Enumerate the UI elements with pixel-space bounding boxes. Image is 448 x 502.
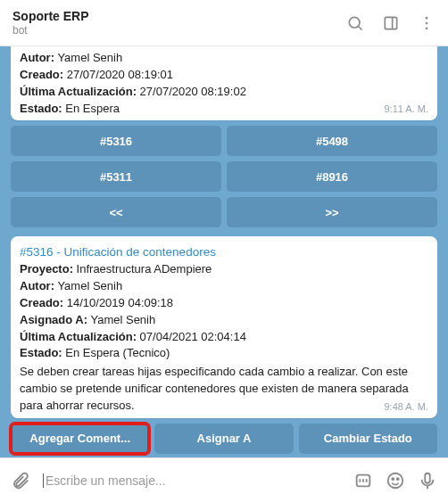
field-value: Yamel Senih [57,51,122,64]
message-time: 9:48 A. M. [384,400,428,415]
ticket-button-5498[interactable]: #5498 [227,126,437,156]
assign-to-button[interactable]: Asignar A [154,424,293,454]
ticket-button-5316[interactable]: #5316 [11,126,221,156]
svg-rect-2 [385,17,396,29]
keyboard-toggle-icon[interactable] [353,471,373,490]
svg-point-11 [388,473,403,488]
field-label: Estado: [20,102,62,115]
field-value: Infraestructura ADempiere [77,262,212,276]
field-value: En Espera [65,102,120,115]
svg-point-13 [397,478,399,480]
more-icon[interactable] [418,14,436,32]
ticket-description: Se deben crear tareas hijas especificand… [20,364,428,415]
field-label: Estado: [20,346,62,359]
message-input[interactable] [43,473,341,488]
svg-point-12 [392,478,394,480]
header-actions [346,14,436,32]
svg-point-6 [426,27,428,29]
change-state-button[interactable]: Cambiar Estado [299,424,437,454]
field-value: 07/04/2021 02:04:14 [140,330,246,343]
attach-icon[interactable] [11,471,30,490]
microphone-icon[interactable] [418,471,437,490]
field-value: Yamel Senih [57,279,122,292]
field-label: Autor: [20,51,54,64]
ticket-title-link[interactable]: #5316 - Unificación de contenedores [20,245,216,259]
ticket-button-5311[interactable]: #5311 [11,161,221,192]
message-time: 9:11 A. M. [384,103,428,117]
field-label: Última Actualización: [20,330,137,343]
sidebar-toggle-icon[interactable] [382,14,400,32]
search-icon[interactable] [346,14,364,32]
svg-rect-14 [425,473,430,482]
chat-title[interactable]: Soporte ERP [12,9,346,23]
svg-point-5 [426,21,428,24]
message-card-partial: Autor: Yamel Senih Creado: 27/07/2020 08… [11,46,437,120]
field-value: 14/10/2019 04:09:18 [67,296,173,309]
svg-line-1 [359,26,362,29]
composer-actions [353,471,437,490]
inline-keyboard-nav: #5316 #5498 #5311 #8916 << >> [11,126,437,227]
header-titles: Soporte ERP bot [12,9,346,37]
field-label: Creado: [20,296,63,309]
field-label: Proyecto: [20,262,73,276]
add-comment-button[interactable]: Agregar Coment... [11,424,149,454]
prev-page-button[interactable]: << [11,197,221,227]
chat-header: Soporte ERP bot [0,0,448,46]
ticket-button-8916[interactable]: #8916 [227,161,437,192]
field-value: En Espera (Tecnico) [65,346,170,359]
next-page-button[interactable]: >> [227,197,437,227]
field-label: Última Actualización: [20,85,137,98]
field-value: Yamel Senih [90,313,155,326]
field-value: 27/07/2020 08:19:02 [140,85,246,98]
chat-area: Autor: Yamel Senih Creado: 27/07/2020 08… [0,46,448,457]
field-label: Asignado A: [20,313,87,326]
field-label: Creado: [20,68,63,81]
field-label: Autor: [20,279,54,292]
inline-keyboard-actions: Agregar Coment... Asignar A Cambiar Esta… [11,424,437,454]
message-composer [0,457,448,502]
field-value: 27/07/2020 08:19:01 [67,68,173,81]
emoji-icon[interactable] [386,471,405,490]
message-card-detail: #5316 - Unificación de contenedores Proy… [11,236,437,417]
svg-point-4 [426,16,428,19]
svg-point-0 [349,17,360,28]
chat-subtitle: bot [12,24,346,37]
